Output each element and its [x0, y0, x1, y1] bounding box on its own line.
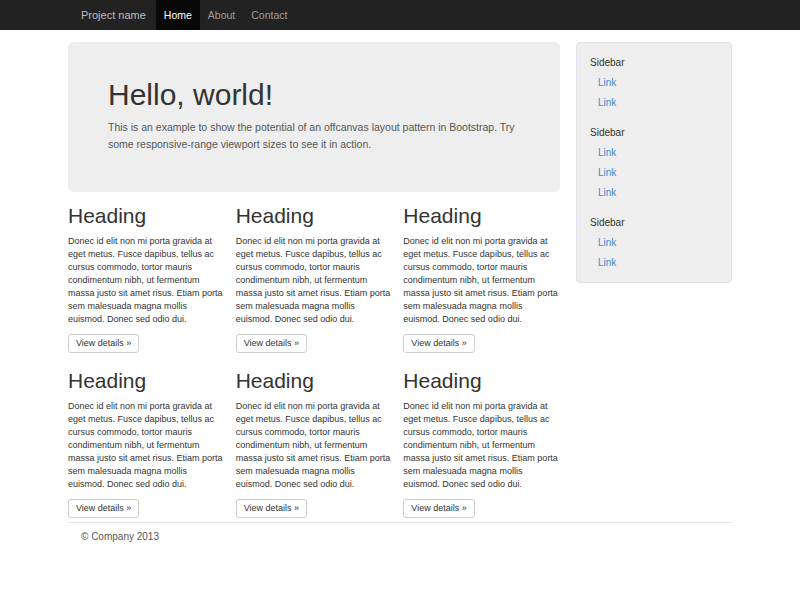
card-body: Donec id elit non mi porta gravida at eg… [236, 235, 393, 326]
card: Heading Donec id elit non mi porta gravi… [403, 369, 560, 518]
view-details-button[interactable]: View details » [68, 334, 139, 353]
card-heading: Heading [403, 369, 560, 392]
page-title: Hello, world! [108, 78, 530, 111]
card-body: Donec id elit non mi porta gravida at eg… [236, 400, 393, 491]
view-details-button[interactable]: View details » [403, 334, 474, 353]
brand-link[interactable]: Project name [68, 0, 156, 30]
jumbotron: Hello, world! This is an example to show… [68, 42, 560, 192]
view-details-button[interactable]: View details » [236, 499, 307, 518]
sidebar-link[interactable]: Link [590, 93, 723, 113]
sidebar-link[interactable]: Link [590, 253, 723, 273]
page-container: Hello, world! This is an example to show… [68, 30, 732, 562]
card: Heading Donec id elit non mi porta gravi… [236, 369, 393, 518]
card-heading: Heading [236, 369, 393, 392]
card: Heading Donec id elit non mi porta gravi… [68, 204, 225, 353]
card-body: Donec id elit non mi porta gravida at eg… [68, 400, 225, 491]
cards-grid: Heading Donec id elit non mi porta gravi… [68, 204, 560, 518]
nav-item-home[interactable]: Home [156, 0, 200, 30]
sidebar-group: Sidebar Link Link Link [590, 123, 723, 203]
sidebar-panel: Sidebar Link Link Sidebar Link Link Link… [576, 42, 732, 283]
sidebar-group: Sidebar Link Link [590, 213, 723, 273]
navbar: Project name Home About Contact [0, 0, 800, 30]
card-heading: Heading [403, 204, 560, 227]
card-body: Donec id elit non mi porta gravida at eg… [403, 400, 560, 491]
sidebar-link[interactable]: Link [590, 163, 723, 183]
copyright-text: © Company 2013 [81, 531, 732, 542]
main-column: Hello, world! This is an example to show… [68, 42, 560, 518]
nav-item-contact[interactable]: Contact [243, 0, 295, 30]
card-body: Donec id elit non mi porta gravida at eg… [68, 235, 225, 326]
card: Heading Donec id elit non mi porta gravi… [403, 204, 560, 353]
view-details-button[interactable]: View details » [236, 334, 307, 353]
sidebar-group: Sidebar Link Link [590, 53, 723, 113]
card-heading: Heading [68, 369, 225, 392]
card: Heading Donec id elit non mi porta gravi… [68, 369, 225, 518]
card: Heading Donec id elit non mi porta gravi… [236, 204, 393, 353]
sidebar-link[interactable]: Link [590, 233, 723, 253]
sidebar-link[interactable]: Link [590, 143, 723, 163]
nav-item-about[interactable]: About [200, 0, 243, 30]
card-heading: Heading [68, 204, 225, 227]
content-row: Hello, world! This is an example to show… [68, 30, 732, 518]
sidebar-group-header: Sidebar [590, 123, 723, 143]
footer: © Company 2013 [68, 522, 732, 562]
view-details-button[interactable]: View details » [403, 499, 474, 518]
sidebar-link[interactable]: Link [590, 73, 723, 93]
sidebar-link[interactable]: Link [590, 183, 723, 203]
sidebar-group-header: Sidebar [590, 213, 723, 233]
sidebar-group-header: Sidebar [590, 53, 723, 73]
card-body: Donec id elit non mi porta gravida at eg… [403, 235, 560, 326]
view-details-button[interactable]: View details » [68, 499, 139, 518]
jumbotron-description: This is an example to show the potential… [108, 119, 530, 153]
card-heading: Heading [236, 204, 393, 227]
navbar-inner: Project name Home About Contact [68, 0, 800, 30]
